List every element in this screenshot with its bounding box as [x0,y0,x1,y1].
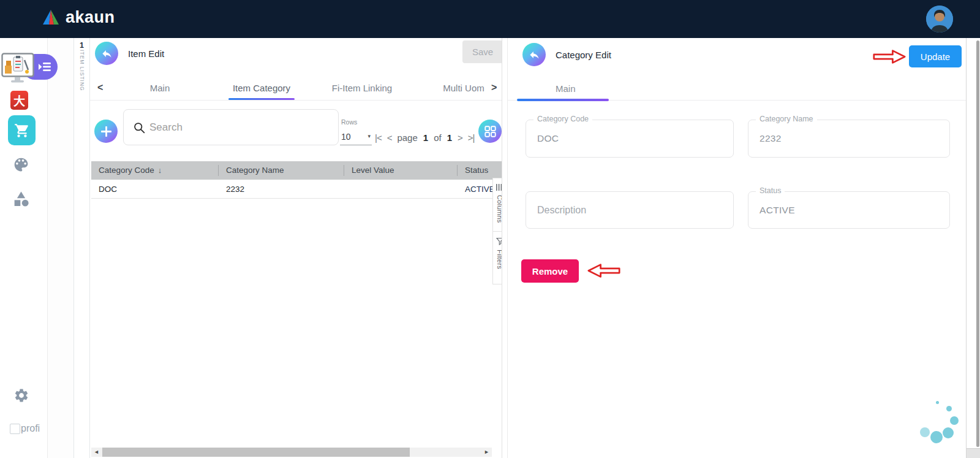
palette-icon [12,156,30,174]
table-row[interactable]: DOC 2232 ACTIVE [91,180,502,199]
app-shell: 大 profi 1 ITEM LI [0,38,980,458]
tab-item-category[interactable]: Item Category [233,83,290,93]
column-header-category-code[interactable]: Category Code↓ [91,161,217,180]
app-sidebar: 大 profi [0,38,48,458]
shapes-category-icon [12,190,30,208]
filters-tool[interactable]: Filters [493,231,502,284]
table-side-tools: Columns Filters [492,178,502,284]
sort-desc-icon[interactable]: ↓ [158,166,162,175]
sidebar-item-theme[interactable] [12,156,30,176]
prev-page-icon[interactable]: < [387,132,392,143]
rows-value: 10 [341,132,351,142]
tab-main[interactable]: Main [150,83,170,93]
tab-main[interactable]: Main [556,83,576,94]
sidebar-item-profile[interactable]: profi [10,423,40,434]
category-name-value: 2232 [748,120,949,157]
top-navbar: akaun [0,0,980,38]
column-header-category-name[interactable]: Category Name [219,161,344,180]
user-avatar[interactable] [926,6,953,32]
brand-text: akaun [66,8,115,27]
cell-category-name: 2232 [219,180,344,199]
workspace-tab-number: 1 [74,41,89,50]
category-edit-back-button[interactable] [522,43,546,66]
gear-icon [13,387,29,403]
grid-icon [484,126,496,137]
status-value: ACTIVE [748,192,949,228]
category-code-value: DOC [526,120,733,157]
rows-label: Rows [341,118,357,126]
category-edit-panel: Category Edit Update Main Category Code … [507,38,966,458]
columns-label: Columns [496,195,502,223]
tabs-scroll-left-icon[interactable]: < [97,82,103,93]
vertical-scrollbar[interactable] [966,38,980,458]
description-field[interactable] [526,191,734,229]
horizontal-scrollbar[interactable]: ◄ ► [91,448,492,457]
decor-dot [946,406,952,411]
tabs-scroll-right-icon[interactable]: > [491,82,497,93]
brand-logo[interactable]: akaun [42,8,115,27]
active-tab-underline [228,98,295,100]
person-icon [926,6,953,32]
annotation-arrow-left-icon [587,262,620,279]
rows-per-page-select[interactable]: 10 ▾ [340,128,372,145]
columns-icon [496,184,503,191]
filters-label: Filters [496,250,502,269]
item-edit-title: Item Edit [128,48,164,59]
search-input[interactable] [149,110,333,145]
add-category-button[interactable] [94,120,118,143]
update-button[interactable]: Update [909,45,962,67]
scroll-left-icon[interactable]: ◄ [94,448,99,456]
filter-funnel-icon [496,237,503,245]
dropdown-caret-icon: ▾ [368,133,371,139]
item-edit-panel: Item Edit Save < Main Item Category Fi-I… [90,38,502,458]
decor-dot [936,401,939,404]
page-word: page [397,132,417,143]
category-name-label: Category Name [756,115,817,123]
item-edit-back-button[interactable] [95,42,118,65]
page-total: 1 [447,132,452,143]
table-header-row: Category Code↓ Category Name Level Value… [91,161,502,180]
columns-tool[interactable]: Columns [493,178,502,231]
cell-level-value [344,180,457,199]
search-box [123,109,339,145]
vertical-scrollbar-thumb[interactable] [976,40,979,447]
of-word: of [434,132,442,143]
next-page-icon[interactable]: > [458,132,462,143]
tab-fi-item-linking[interactable]: Fi-Item Linking [332,83,392,93]
category-edit-title: Category Edit [556,50,611,60]
menu-open-icon [37,59,53,74]
scroll-right-icon[interactable]: ► [484,448,489,456]
save-button[interactable]: Save [462,40,502,63]
grid-view-button[interactable] [478,120,502,143]
sidebar-item-settings[interactable] [13,387,29,406]
sidebar-item-item-listing-app[interactable] [0,53,61,85]
last-page-icon[interactable]: >| [468,132,475,143]
sidebar-item-categories[interactable] [12,190,30,210]
scrollbar-corner [967,448,980,458]
decor-dot [920,427,930,437]
first-page-icon[interactable]: |< [375,132,382,143]
page-current: 1 [423,132,428,143]
workspace-tab-strip[interactable]: 1 ITEM LISTING [74,38,90,458]
sidebar-item-red-app[interactable]: 大 [10,91,28,110]
remove-button[interactable]: Remove [521,259,579,283]
status-field[interactable]: Status ACTIVE [748,191,950,229]
cell-category-code: DOC [91,180,217,199]
column-header-status[interactable]: Status [458,161,502,180]
decor-dot [950,416,959,425]
column-header-level-value[interactable]: Level Value [344,161,457,180]
workspace-tab-label: ITEM LISTING [79,50,85,91]
shopping-cart-icon [14,123,30,139]
sidebar-gap [48,38,74,458]
search-icon [133,121,146,134]
active-tab-underline [517,99,609,101]
category-name-field[interactable]: Category Name 2232 [748,120,950,158]
item-listing-monitor-icon [1,53,36,86]
sidebar-item-pos-cart[interactable] [8,115,36,145]
profile-checkbox[interactable] [10,424,20,434]
horizontal-scrollbar-thumb[interactable] [102,448,410,457]
tab-multi-uom[interactable]: Multi Uom [443,83,484,93]
description-input[interactable] [526,192,721,228]
category-code-field[interactable]: Category Code DOC [526,120,734,158]
decor-dot [943,427,954,438]
